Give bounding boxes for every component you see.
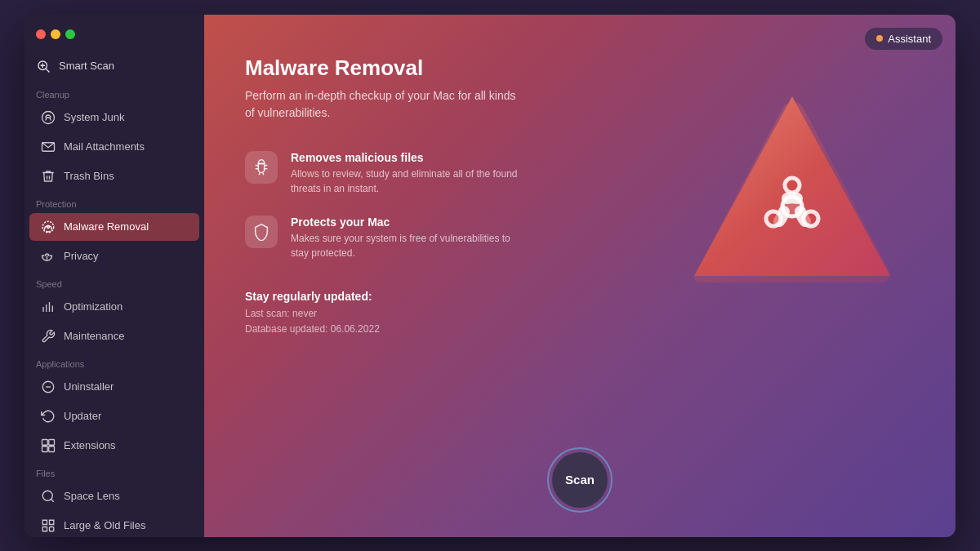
feature-desc-protect-mac: Makes sure your system is free of vulner… <box>291 231 519 260</box>
sidebar-item-smart-scan[interactable]: Smart Scan <box>24 51 204 82</box>
section-label-files: Files <box>24 460 204 482</box>
extensions-icon <box>41 438 56 453</box>
page-subtitle: Perform an in-depth checkup of your Mac … <box>245 87 523 122</box>
svg-rect-15 <box>49 439 55 445</box>
sidebar-item-large-old-files[interactable]: Large & Old Files <box>29 512 199 537</box>
svg-line-26 <box>259 172 260 175</box>
mail-attachments-label: Mail Attachments <box>64 140 145 153</box>
svg-line-22 <box>256 165 259 166</box>
sidebar-item-extensions[interactable]: Extensions <box>29 432 199 460</box>
feature-icon-shield <box>245 216 278 248</box>
sidebar: Smart Scan Cleanup System Junk Mail Att <box>24 15 204 537</box>
updater-icon <box>41 409 56 424</box>
svg-line-19 <box>51 499 53 501</box>
system-junk-icon <box>41 110 56 125</box>
db-updated: Database updated: 06.06.2022 <box>245 322 915 337</box>
feature-title-remove-malicious: Removes malicious files <box>291 151 519 164</box>
system-junk-label: System Junk <box>64 111 124 123</box>
sidebar-item-updater[interactable]: Updater <box>29 402 199 430</box>
traffic-lights <box>24 24 204 51</box>
trash-bins-label: Trash Bins <box>64 170 114 182</box>
svg-rect-16 <box>42 446 48 451</box>
feature-text-protect-mac: Protects your Mac Makes sure your system… <box>291 216 519 260</box>
section-label-cleanup: Cleanup <box>24 82 204 103</box>
svg-point-30 <box>766 211 781 226</box>
large-old-files-label: Large & Old Files <box>64 519 145 531</box>
extensions-label: Extensions <box>64 439 116 451</box>
app-window: Smart Scan Cleanup System Junk Mail Att <box>24 15 956 537</box>
sidebar-item-maintenance[interactable]: Maintenance <box>29 322 199 350</box>
assistant-dot <box>876 35 883 42</box>
space-lens-label: Space Lens <box>64 490 120 502</box>
biohazard-illustration <box>678 80 906 309</box>
feature-desc-remove-malicious: Allows to review, study and eliminate al… <box>291 167 519 196</box>
feature-item-remove-malicious: Removes malicious files Allows to review… <box>245 151 555 196</box>
sidebar-item-uninstaller[interactable]: Uninstaller <box>29 373 199 401</box>
sidebar-item-malware-removal[interactable]: Malware Removal <box>29 213 199 241</box>
feature-icon-bug <box>245 151 278 184</box>
section-label-applications: Applications <box>24 351 204 372</box>
page-title: Malware Removal <box>245 56 915 81</box>
feature-text-remove-malicious: Removes malicious files Allows to review… <box>291 151 519 196</box>
malware-removal-label: Malware Removal <box>64 220 149 233</box>
maintenance-label: Maintenance <box>64 330 124 342</box>
optimization-icon <box>41 300 56 314</box>
updater-label: Updater <box>64 410 101 422</box>
space-lens-icon <box>41 489 56 504</box>
sidebar-item-mail-attachments[interactable]: Mail Attachments <box>29 133 199 161</box>
section-label-speed: Speed <box>24 271 204 292</box>
sidebar-item-optimization[interactable]: Optimization <box>29 293 199 321</box>
assistant-label: Assistant <box>888 33 931 45</box>
assistant-button[interactable]: Assistant <box>865 28 942 50</box>
svg-rect-14 <box>42 439 48 445</box>
minimize-button[interactable] <box>51 29 60 39</box>
scan-button-outer-ring: Scan <box>547 447 612 513</box>
privacy-icon <box>41 249 56 264</box>
section-label-protection: Protection <box>24 191 204 212</box>
uninstaller-label: Uninstaller <box>64 380 114 393</box>
maximize-button[interactable] <box>65 29 75 39</box>
svg-line-1 <box>46 69 49 72</box>
sidebar-item-space-lens[interactable]: Space Lens <box>29 482 199 510</box>
svg-point-29 <box>785 178 800 193</box>
scan-button[interactable]: Scan <box>552 452 608 508</box>
smart-scan-icon <box>36 59 51 73</box>
feature-title-protect-mac: Protects your Mac <box>291 216 519 229</box>
biohazard-icon <box>41 220 56 234</box>
svg-rect-17 <box>49 446 55 451</box>
mail-icon <box>41 140 56 154</box>
sidebar-item-privacy[interactable]: Privacy <box>29 242 199 270</box>
optimization-label: Optimization <box>64 300 122 313</box>
feature-item-protect-mac: Protects your Mac Makes sure your system… <box>245 216 555 260</box>
sidebar-item-trash-bins[interactable]: Trash Bins <box>29 162 199 190</box>
maintenance-icon <box>41 329 56 344</box>
main-content: Assistant Malware Removal Perform an in-… <box>204 15 956 537</box>
svg-point-18 <box>42 491 52 500</box>
uninstaller-icon <box>41 380 56 394</box>
trash-icon <box>41 169 56 184</box>
svg-rect-20 <box>50 527 54 531</box>
close-button[interactable] <box>36 29 46 39</box>
sidebar-item-system-junk[interactable]: System Junk <box>29 104 199 131</box>
privacy-label: Privacy <box>64 250 99 262</box>
large-files-icon <box>41 518 56 533</box>
scan-button-wrap: Scan <box>547 447 612 513</box>
svg-line-24 <box>265 165 268 166</box>
svg-point-4 <box>42 221 54 233</box>
smart-scan-label: Smart Scan <box>59 60 114 72</box>
features-list: Removes malicious files Allows to review… <box>245 151 555 260</box>
svg-point-31 <box>804 211 818 226</box>
svg-line-27 <box>263 172 264 175</box>
